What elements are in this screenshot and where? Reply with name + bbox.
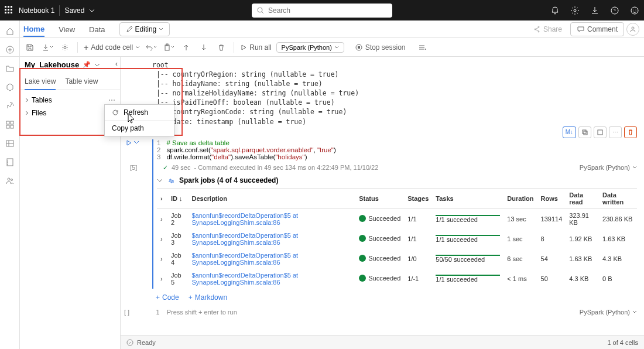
expand-row[interactable]: › [157,269,167,289]
chevron-down-icon[interactable] [89,8,95,13]
col-stages[interactable]: Stages [404,188,432,208]
delete-icon[interactable] [215,41,228,54]
chevron-down-icon[interactable] [133,139,139,145]
monitor-icon[interactable] [4,100,16,112]
col-tasks[interactable]: Tasks [432,188,503,208]
svg-point-22 [11,179,12,181]
lake-view-tab[interactable]: Lake view [25,74,56,90]
bell-icon[interactable] [550,6,560,15]
expand-cell-icon[interactable] [594,126,607,138]
job-link[interactable]: $anonfun$recordDeltaOperation$5 at Synap… [192,252,299,266]
search-box[interactable] [252,4,392,18]
code-cell-2[interactable]: [5] M↓ ⋯ 123 # Save as delta table spark… [152,139,637,289]
col-rows[interactable]: Rows [537,188,566,208]
workspaces-icon[interactable] [4,138,16,149]
cursor-icon [126,112,136,124]
col-expand[interactable]: › [157,188,167,208]
chevron-down-icon[interactable] [632,165,637,170]
col-written[interactable]: Data written [599,188,637,208]
chevron-down-icon[interactable] [94,62,100,68]
spark-jobs-header[interactable]: Spark jobs (4 of 4 succeeded) [157,176,637,184]
undo-icon[interactable] [145,41,157,54]
pin-icon[interactable]: 📌 [83,61,91,69]
svg-rect-24 [584,131,587,135]
save-icon[interactable] [23,41,36,54]
create-icon[interactable] [4,44,16,56]
expand-row[interactable]: › [157,208,167,229]
chevron-right-icon [25,98,29,102]
svg-point-21 [8,178,10,180]
onelake-icon[interactable] [4,81,16,93]
menu-refresh[interactable]: Refresh [105,105,174,121]
play-icon [240,44,247,51]
apps-icon[interactable] [4,119,16,131]
empty-cell[interactable]: [ ] 1 Press shift + enter to run PySpark… [152,309,637,316]
markdown-toggle[interactable]: M↓ [563,126,576,138]
clipboard-icon[interactable] [162,41,175,54]
table-view-tab[interactable]: Table view [65,74,98,90]
tab-data[interactable]: Data [89,22,105,36]
svg-rect-15 [6,121,9,124]
notebook-icon[interactable] [4,156,16,168]
more-cell-icon[interactable]: ⋯ [609,126,622,138]
notebook-main: root |-- countryOrRegion: string (nullab… [121,57,644,349]
refresh-icon [112,109,119,116]
add-code-button[interactable]: + Code [156,293,179,302]
chevron-right-icon [25,111,29,115]
run-all-button[interactable]: Run all [240,43,271,52]
add-code-cell[interactable]: + Add code cell [84,43,140,52]
run-cell-button[interactable] [125,139,139,146]
chevron-down-icon[interactable] [632,310,637,314]
menu-copy-path[interactable]: Copy path [105,121,174,136]
tab-view[interactable]: View [59,22,75,36]
svg-line-1 [262,12,263,13]
col-read[interactable]: Data read [566,188,599,208]
job-link[interactable]: $anonfun$recordDeltaOperation$5 at Synap… [192,272,299,286]
status-bar: Ready 1 of 4 cells [121,335,644,349]
download-icon[interactable] [590,6,600,15]
add-markdown-button[interactable]: + Markdown [189,293,227,302]
home-icon[interactable] [4,25,16,37]
col-desc[interactable]: Description [189,188,356,208]
toolbar: + Add code cell Run all PySpark (Python)… [0,38,644,57]
feedback-icon[interactable] [630,6,639,15]
avatar[interactable] [626,23,639,36]
col-duration[interactable]: Duration [503,188,537,208]
waffle-icon[interactable] [5,6,14,15]
gear-icon[interactable] [570,6,580,15]
expand-row[interactable]: › [157,249,167,269]
download-icon[interactable] [41,41,54,54]
expand-row[interactable]: › [157,229,167,249]
col-status[interactable]: Status [355,188,404,208]
search-input[interactable] [252,4,392,18]
tab-home[interactable]: Home [23,21,44,37]
stop-session[interactable]: Stop session [349,41,412,54]
svg-rect-25 [598,130,602,135]
collapse-icon[interactable]: ‹ [115,59,118,68]
tree-tables[interactable]: Tables ⋯ [25,94,115,107]
table-row: › Job 3 $anonfun$recordDeltaOperation$5 … [157,229,637,249]
settings-icon[interactable] [59,41,71,54]
svg-point-13 [425,49,426,50]
comment-button[interactable]: Comment [570,22,624,36]
more-icon[interactable]: ⋯ [108,96,115,104]
svg-point-2 [574,9,576,12]
share-button[interactable]: Share [527,23,568,36]
tree-files[interactable]: Files [25,107,115,119]
chevron-down-icon [135,45,140,50]
delete-cell-icon[interactable] [624,126,637,138]
copy-cell-icon[interactable] [578,126,591,138]
kernel-selector[interactable]: PySpark (Python) [276,42,344,53]
job-link[interactable]: $anonfun$recordDeltaOperation$5 at Synap… [192,232,299,246]
chevron-down-icon [334,45,339,50]
session-options-icon[interactable] [416,41,429,54]
users-icon[interactable] [4,175,16,187]
job-link[interactable]: $anonfun$recordDeltaOperation$5 at Synap… [192,212,299,226]
svg-point-5 [633,9,634,10]
editing-mode[interactable]: Editing [119,22,170,36]
move-down-icon[interactable] [197,41,210,54]
help-icon[interactable] [610,6,619,15]
move-up-icon[interactable] [180,41,193,54]
col-id[interactable]: ID ↓ [167,188,189,208]
browse-icon[interactable] [4,63,16,74]
